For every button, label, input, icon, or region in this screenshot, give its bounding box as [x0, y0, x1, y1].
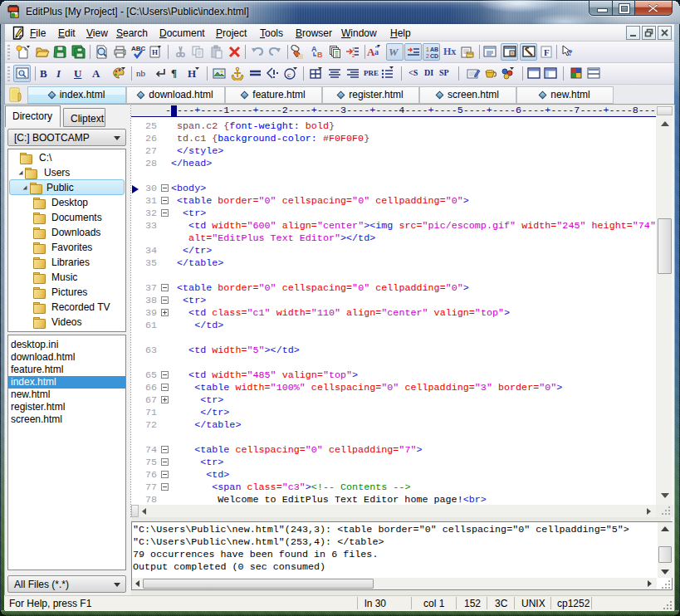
svg-text:H: H	[152, 48, 158, 56]
svg-text:1: 1	[426, 46, 429, 52]
svg-text:2: 2	[352, 53, 355, 58]
svg-text:ABC: ABC	[131, 45, 145, 52]
svg-text:c: c	[287, 71, 291, 79]
svg-text:2: 2	[426, 53, 429, 59]
svg-text:B: B	[317, 51, 323, 59]
svg-text:?: ?	[568, 47, 573, 57]
svg-text:F: F	[544, 47, 550, 57]
svg-text:a: a	[374, 47, 379, 56]
svg-text:AB: AB	[430, 46, 438, 52]
svg-text:CD: CD	[430, 53, 438, 59]
svg-text:A: A	[311, 45, 317, 53]
svg-text:1: 1	[352, 46, 355, 51]
